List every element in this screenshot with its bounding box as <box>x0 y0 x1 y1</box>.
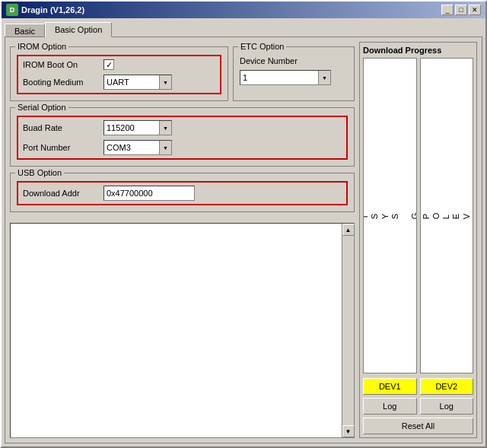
device-number-row: Device Number <box>240 56 348 65</box>
device-number-value: 1 <box>240 73 318 82</box>
tab-content: IROM Option IROM Boot On ✓ Booting Mediu… <box>5 37 482 443</box>
port-number-arrow[interactable]: ▼ <box>159 141 171 154</box>
irom-boot-on-checkbox[interactable]: ✓ <box>103 59 114 70</box>
irom-option-label: IROM Option <box>15 42 68 51</box>
scroll-thumb[interactable] <box>343 237 354 424</box>
serial-option-group: Serial Option Buad Rate 115200 ▼ P <box>10 107 355 167</box>
reset-all-button[interactable]: Reset All <box>363 418 473 434</box>
etc-option-label: ETC Option <box>238 42 286 51</box>
scroll-up-button[interactable]: ▲ <box>342 224 355 236</box>
log-scrollbar[interactable]: ▲ ▼ <box>342 224 354 437</box>
left-content: IROM Option IROM Boot On ✓ Booting Mediu… <box>10 42 355 438</box>
download-progress-panel: Download Progress ISL METSYS GNUSMAS TNE… <box>359 42 477 438</box>
baud-rate-select[interactable]: 115200 ▼ <box>103 120 172 135</box>
usb-option-group: USB Option Download Addr 0x47700000 <box>10 173 355 212</box>
log-section: ▲ ▼ <box>10 218 355 438</box>
window-body: Basic Basic Option IROM Option <box>2 18 485 446</box>
progress-bar-2-text: TNEMPOLEVEDPA <box>420 211 474 219</box>
etc-option-group: ETC Option Device Number 1 ▼ <box>233 46 355 101</box>
log2-button[interactable]: Log <box>420 398 474 415</box>
log-buttons: Log Log <box>363 398 473 415</box>
progress-bars: ISL METSYS GNUSMAS TNEMPOLEVEDPA <box>363 58 473 373</box>
download-addr-input[interactable]: 0x47700000 <box>103 186 195 201</box>
window-title: Dragin (V1,26,2) <box>21 5 84 14</box>
baud-rate-row: Buad Rate 115200 ▼ <box>23 120 342 135</box>
title-controls: _ □ ✕ <box>441 5 481 15</box>
device-number-label: Device Number <box>240 56 316 65</box>
log1-button[interactable]: Log <box>363 398 417 415</box>
app-icon: D <box>6 4 18 16</box>
progress-bar-1: ISL METSYS GNUSMAS <box>363 58 417 373</box>
irom-option-group: IROM Option IROM Boot On ✓ Booting Mediu… <box>10 46 228 101</box>
port-number-label: Port Number <box>23 143 99 152</box>
baud-rate-label: Buad Rate <box>23 123 99 132</box>
irom-boot-on-label: IROM Boot On <box>23 60 99 69</box>
progress-bar-2: TNEMPOLEVEDPA <box>420 58 474 373</box>
dev1-button[interactable]: DEV1 <box>363 378 417 395</box>
maximize-button[interactable]: □ <box>455 5 467 15</box>
baud-rate-value: 115200 <box>104 123 159 132</box>
usb-option-label: USB Option <box>15 168 64 177</box>
tab-basic-option[interactable]: Basic Option <box>45 22 112 37</box>
booting-medium-arrow[interactable]: ▼ <box>159 75 171 89</box>
title-bar: D Dragin (V1,26,2) _ □ ✕ <box>2 2 485 18</box>
port-number-value: COM3 <box>104 143 159 152</box>
serial-option-label: Serial Option <box>15 103 68 112</box>
close-button[interactable]: ✕ <box>469 5 481 15</box>
booting-medium-row: Booting Medium UART ▼ <box>23 75 215 90</box>
tab-bar: Basic Basic Option <box>5 21 482 37</box>
options-row: IROM Option IROM Boot On ✓ Booting Mediu… <box>10 42 355 101</box>
download-addr-label: Download Addr <box>23 189 99 198</box>
device-number-select[interactable]: 1 ▼ <box>240 70 331 85</box>
device-number-arrow[interactable]: ▼ <box>318 71 330 84</box>
minimize-button[interactable]: _ <box>441 5 454 15</box>
scroll-down-button[interactable]: ▼ <box>342 425 355 437</box>
download-addr-row: Download Addr 0x47700000 <box>23 186 342 201</box>
booting-medium-select[interactable]: UART ▼ <box>103 75 172 90</box>
dev-buttons: DEV1 DEV2 <box>363 378 473 395</box>
title-bar-left: D Dragin (V1,26,2) <box>6 4 84 16</box>
dev2-button[interactable]: DEV2 <box>420 378 474 395</box>
log-area[interactable]: ▲ ▼ <box>10 223 355 438</box>
baud-rate-arrow[interactable]: ▼ <box>159 121 171 135</box>
booting-medium-label: Booting Medium <box>23 78 99 87</box>
irom-boot-on-row: IROM Boot On ✓ <box>23 59 215 70</box>
progress-bar-1-text: ISL METSYS GNUSMAS <box>363 211 417 219</box>
port-number-row: Port Number COM3 ▼ <box>23 140 342 155</box>
port-number-select[interactable]: COM3 ▼ <box>103 140 172 155</box>
booting-medium-value: UART <box>104 78 159 87</box>
device-number-select-row: 1 ▼ <box>240 70 348 85</box>
main-window: D Dragin (V1,26,2) _ □ ✕ Basic Basic Opt… <box>0 0 487 448</box>
download-progress-title: Download Progress <box>363 46 473 55</box>
